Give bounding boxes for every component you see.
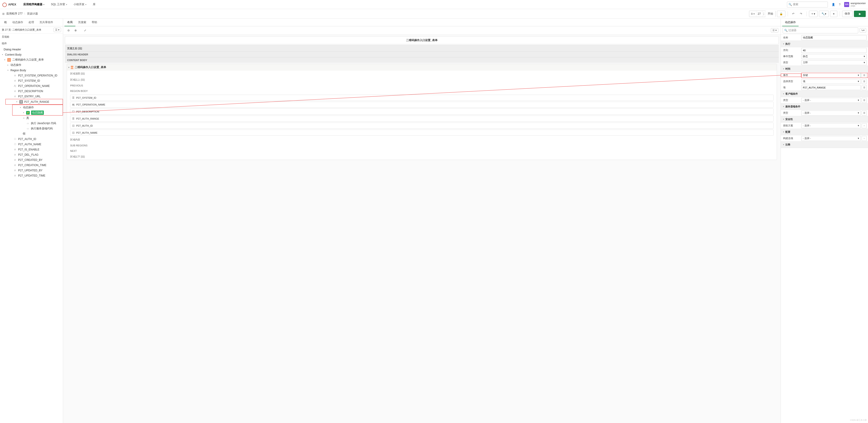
section-region-above[interactable]: 区域以上 [旧] bbox=[67, 77, 777, 83]
nav-sql-workshop[interactable]: SQL 工作室 bbox=[48, 0, 70, 9]
section-time[interactable]: 时间 bbox=[781, 66, 868, 72]
tree-item-hidden[interactable]: ⊘P27_ENTRY_URL bbox=[0, 94, 63, 99]
tab-dynamic-action[interactable]: 动态操作 bbox=[782, 19, 799, 26]
tree-region-body[interactable]: ▾Region Body bbox=[0, 68, 63, 73]
section-server[interactable]: 服务器端条件 bbox=[781, 103, 868, 110]
zoom-out-button[interactable]: ⊖ bbox=[65, 27, 72, 34]
tab-processing[interactable]: 处理 bbox=[26, 19, 37, 26]
breadcrumb-page-designer[interactable]: 页设计器 bbox=[27, 12, 38, 15]
utilities-menu[interactable]: 🔧▾ bbox=[819, 11, 829, 17]
step-up-icon[interactable]: ▲ bbox=[763, 12, 765, 14]
tab-layout[interactable]: 布局 bbox=[64, 19, 75, 26]
prop-sequence-input[interactable] bbox=[801, 48, 867, 53]
prop-client-type-select[interactable]: - 选择 -▾ bbox=[801, 98, 861, 103]
tab-rendering[interactable]: 概 bbox=[1, 19, 9, 26]
prop-build-select[interactable]: - 选择 -▾ bbox=[801, 136, 861, 141]
tree-item-hidden[interactable]: ⊘P27_SYSTEM_OPERATION_ID bbox=[0, 73, 63, 78]
section-security[interactable]: 安全性 bbox=[781, 116, 868, 123]
tree-item[interactable]: ⊘P27_DEL_FLAG bbox=[0, 152, 63, 157]
layout-field[interactable]: ◫P27_AUTH_ID bbox=[70, 123, 774, 129]
layout-field[interactable]: ◫P27_AUTH_NAME bbox=[70, 130, 774, 136]
prop-select-type[interactable]: 项▾ bbox=[801, 79, 861, 84]
page-number-input[interactable]: 27 bbox=[756, 11, 763, 17]
nav-gallery[interactable]: 库 bbox=[90, 0, 99, 9]
more-button[interactable]: › bbox=[862, 123, 867, 128]
list-button[interactable]: ☰ bbox=[862, 79, 867, 84]
breadcrumb-app[interactable]: 应用程序 277 bbox=[6, 12, 23, 15]
layout-field[interactable]: ☐P27_DESCRIPTION bbox=[70, 108, 774, 115]
tree-da-node[interactable]: ▾动态操作 bbox=[12, 105, 63, 110]
prop-event-select[interactable]: 按键▾ bbox=[801, 73, 861, 78]
tree-true-action[interactable]: ▭执行服务器端代码 bbox=[0, 126, 63, 131]
section-next[interactable]: NEXT bbox=[67, 148, 777, 154]
nav-team-dev[interactable]: 小组开发 bbox=[70, 0, 90, 9]
shared-components-button[interactable]: ⚭ bbox=[830, 11, 837, 17]
tree-true-action[interactable]: ▭执行 JavaScript 代码 bbox=[0, 121, 63, 126]
tree-region[interactable]: ▾▭二维码操作入口设置_表单 bbox=[0, 57, 63, 62]
prop-auth-select[interactable]: - 选择 -▾ bbox=[801, 123, 861, 128]
start-button[interactable]: 开始 bbox=[765, 11, 775, 17]
tree-item[interactable]: ☐P27_AUTH_ID bbox=[0, 136, 63, 141]
undo-button[interactable]: ↶ bbox=[790, 11, 797, 17]
section-execute[interactable]: 执行 bbox=[781, 41, 868, 47]
page-selector[interactable]: 🗎▾ 27 ▲▼ 开始 bbox=[749, 11, 776, 17]
redo-button[interactable]: ↷ bbox=[798, 11, 804, 17]
tree-auth-range[interactable]: ▾☰P27_AUTH_RANGE bbox=[6, 99, 63, 104]
prop-item-input[interactable] bbox=[801, 85, 861, 90]
run-button[interactable]: ▶ bbox=[854, 11, 866, 17]
tree-content-body[interactable]: ▾Content Body bbox=[0, 52, 63, 57]
user-menu[interactable]: WA wangxiaoxian ywja bbox=[844, 2, 866, 7]
list-button[interactable]: ☰ bbox=[862, 85, 867, 90]
more-button[interactable]: › bbox=[862, 136, 867, 141]
section-region-body[interactable]: REGION BODY bbox=[67, 88, 777, 94]
tree-false[interactable]: 假 bbox=[0, 131, 63, 136]
layout-field[interactable]: A|P27_OPERATION_NAME bbox=[70, 102, 774, 107]
tab-help[interactable]: 帮助 bbox=[89, 19, 100, 26]
admin-icon[interactable]: 👤 bbox=[830, 1, 836, 8]
layout-menu-button[interactable]: ☰ ▾ bbox=[771, 28, 778, 32]
layout-field[interactable]: ☰P27_SYSTEM_ID bbox=[70, 95, 774, 101]
tree-item-hidden[interactable]: ⊘P27_SYSTEM_ID bbox=[0, 78, 63, 83]
tree-item-hidden[interactable]: A|P27_OPERATION_NAME bbox=[0, 83, 63, 89]
create-menu[interactable]: + ▾ bbox=[809, 11, 817, 17]
global-search-input[interactable]: 🔍 搜索 bbox=[787, 2, 828, 7]
tree-item[interactable]: ⊘P27_UPDATED_TIME bbox=[0, 173, 63, 178]
expand-button[interactable]: ⤢ bbox=[82, 27, 88, 34]
section-previous[interactable]: PREVIOUS bbox=[67, 83, 777, 88]
section-region-below[interactable]: 区域以下 [旧] bbox=[67, 154, 777, 160]
step-down-icon[interactable]: ▼ bbox=[763, 14, 765, 15]
tree-item[interactable]: ☐P27_AUTH_NAME bbox=[0, 141, 63, 147]
prop-server-type-select[interactable]: - 选择 -▾ bbox=[801, 110, 861, 116]
section-after-header[interactable]: 页眉之后 [旧] bbox=[65, 45, 779, 52]
nav-app-builder[interactable]: 应用程序构建器 bbox=[20, 0, 48, 9]
tab-page-search[interactable]: 页搜索 bbox=[75, 19, 89, 26]
prop-event-scope-select[interactable]: 静态▾ bbox=[801, 54, 867, 59]
section-comment[interactable]: 注释 bbox=[781, 141, 868, 148]
section-sub-regions[interactable]: SUB REGIONS bbox=[67, 143, 777, 148]
list-button[interactable]: ☰ bbox=[862, 73, 867, 78]
zoom-in-button[interactable]: ⊕ bbox=[72, 27, 79, 34]
section-content-body[interactable]: CONTENT BODY bbox=[65, 57, 779, 63]
tree-item[interactable]: ⊘P27_UPDATED_BY bbox=[0, 168, 63, 173]
save-button[interactable]: 保存 bbox=[842, 11, 852, 17]
tree-item[interactable]: ⊘P27_CREATION_TIME bbox=[0, 162, 63, 168]
tab-dynamic-actions[interactable]: 动态操作 bbox=[9, 19, 26, 26]
layout-field[interactable]: ☰P27_AUTH_RANGE bbox=[70, 116, 774, 122]
tree-true[interactable]: ▾真 bbox=[0, 116, 63, 121]
section-dialog-header[interactable]: DIALOG HEADER bbox=[65, 52, 779, 57]
list-button[interactable]: ☰ bbox=[862, 98, 867, 103]
tree-dialog-header[interactable]: Dialog Header bbox=[0, 47, 63, 52]
list-button[interactable]: ☰ bbox=[862, 110, 867, 116]
tree-da-folder[interactable]: ▸动态操作 bbox=[0, 62, 63, 68]
goto-group-button[interactable]: ↳▾ bbox=[860, 28, 866, 32]
section-config[interactable]: 配置 bbox=[781, 129, 868, 135]
section-client[interactable]: 客户端条件 bbox=[781, 91, 868, 97]
canvas-page-title[interactable]: 二维码操作入口设置_表单 bbox=[65, 36, 779, 44]
tab-shared[interactable]: 页共享组件 bbox=[37, 19, 56, 26]
tree-da-action[interactable]: ▾⚡动态隐藏 bbox=[12, 110, 63, 115]
filter-input[interactable]: 🔍 过滤器 bbox=[783, 28, 858, 33]
prop-type-select[interactable]: 立即▾ bbox=[801, 60, 867, 65]
tree-menu-button[interactable]: ☰ ▾ bbox=[54, 28, 61, 32]
section-region-top[interactable]: 区域顶部 [旧] bbox=[67, 71, 777, 77]
tree-item-hidden[interactable]: ⊘P27_DESCRIPTION bbox=[0, 89, 63, 94]
